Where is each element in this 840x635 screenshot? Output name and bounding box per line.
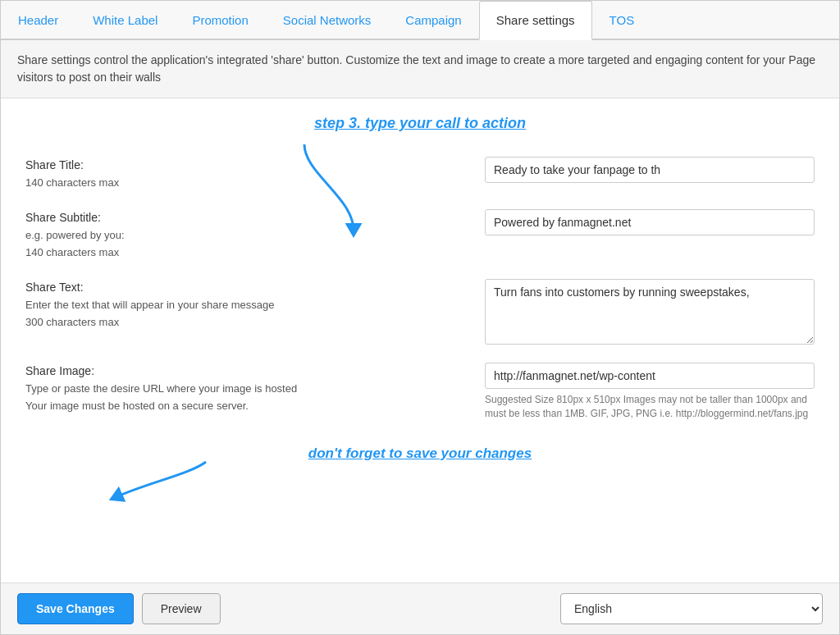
share-title-row: Share Title: 140 characters max — [25, 157, 815, 191]
share-text-hint1: Enter the text that will appear in your … — [25, 299, 275, 311]
share-image-hint1: Type or paste the desire URL where your … — [25, 382, 297, 395]
save-reminder: don't forget to save your changes — [25, 445, 815, 462]
share-image-hint2: Your image must be hosted on a secure se… — [25, 400, 249, 412]
share-title-hint: 140 characters max — [25, 176, 119, 189]
footer-bar: Save Changes Preview English Spanish Fre… — [1, 582, 839, 634]
tab-white-label[interactable]: White Label — [75, 1, 175, 39]
share-title-input[interactable] — [485, 157, 815, 183]
tab-share-settings[interactable]: Share settings — [479, 1, 592, 40]
preview-button[interactable]: Preview — [142, 593, 221, 624]
tab-tos[interactable]: TOS — [592, 1, 652, 39]
share-subtitle-hint1: e.g. powered by you: — [25, 229, 125, 241]
app-container: Header White Label Promotion Social Netw… — [0, 0, 840, 635]
share-text-textarea[interactable]: Turn fans into customers by running swee… — [485, 279, 815, 345]
share-subtitle-label: Share Subtitle: e.g. powered by you: 140… — [25, 209, 485, 261]
form-section: Share Title: 140 characters max Share Su… — [25, 157, 815, 421]
share-text-input-area: Turn fans into customers by running swee… — [485, 279, 815, 345]
description-text: Share settings control the application's… — [17, 53, 815, 84]
save-arrow-icon — [99, 458, 231, 503]
share-image-label: Share Image: Type or paste the desire UR… — [25, 363, 485, 414]
share-subtitle-hint2: 140 characters max — [25, 246, 119, 258]
tabs-bar: Header White Label Promotion Social Netw… — [1, 1, 839, 40]
share-text-hint2: 300 characters max — [25, 316, 119, 328]
tab-social-networks[interactable]: Social Networks — [266, 1, 389, 39]
share-title-label: Share Title: 140 characters max — [25, 157, 485, 191]
share-subtitle-input[interactable] — [485, 209, 815, 235]
share-image-row: Share Image: Type or paste the desire UR… — [25, 363, 815, 421]
language-select[interactable]: English Spanish French German Italian Po… — [560, 593, 823, 624]
share-image-size-hint: Suggested Size 810px x 510px Images may … — [485, 393, 815, 421]
share-image-label-title: Share Image: — [25, 363, 468, 380]
share-image-input[interactable] — [485, 363, 815, 389]
tab-promotion[interactable]: Promotion — [175, 1, 265, 39]
share-subtitle-input-area — [485, 209, 815, 235]
tab-header[interactable]: Header — [1, 1, 75, 39]
save-changes-button[interactable]: Save Changes — [17, 593, 134, 624]
share-subtitle-label-title: Share Subtitle: — [25, 209, 468, 226]
description-bar: Share settings control the application's… — [1, 40, 839, 98]
share-subtitle-row: Share Subtitle: e.g. powered by you: 140… — [25, 209, 815, 261]
share-text-row: Share Text: Enter the text that will app… — [25, 279, 815, 345]
share-image-input-area: Suggested Size 810px x 510px Images may … — [485, 363, 815, 421]
save-arrow-wrapper — [25, 462, 815, 507]
tab-campaign[interactable]: Campaign — [388, 1, 478, 39]
main-content: step 3. type your call to action Share T… — [1, 98, 839, 582]
share-text-label: Share Text: Enter the text that will app… — [25, 279, 485, 331]
share-title-input-area — [485, 157, 815, 183]
step-heading: step 3. type your call to action — [25, 115, 815, 132]
share-title-label-title: Share Title: — [25, 157, 468, 174]
share-text-label-title: Share Text: — [25, 279, 468, 296]
